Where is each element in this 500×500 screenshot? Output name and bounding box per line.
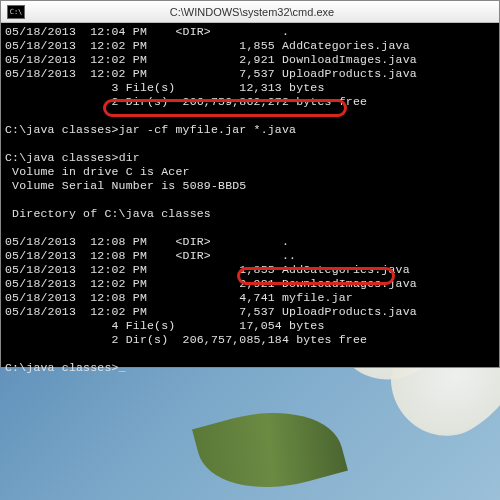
volume-line: Volume Serial Number is 5089-BBD5 <box>5 179 246 192</box>
dir-line: 05/18/2013 12:02 PM 2,921 DownloadImages… <box>5 277 417 290</box>
volume-line: Volume in drive C is Acer <box>5 165 190 178</box>
dir-summary: 2 Dir(s) 206,757,085,184 bytes free <box>5 333 367 346</box>
dir-summary: 2 Dir(s) 206,759,862,272 bytes free <box>5 95 367 108</box>
leaf-shape <box>192 393 348 500</box>
prompt: C:\java classes> <box>5 151 119 164</box>
window-title: C:\WINDOWS\system32\cmd.exe <box>29 6 499 18</box>
cmd-icon: C:\ <box>7 5 25 19</box>
title-bar[interactable]: C:\ C:\WINDOWS\system32\cmd.exe <box>1 1 499 23</box>
dir-line: 05/18/2013 12:08 PM 4,741 myfile.jar <box>5 291 353 304</box>
dir-line: 05/18/2013 12:04 PM <DIR> . <box>5 25 289 38</box>
prompt: C:\java classes> <box>5 361 119 374</box>
dir-line: 05/18/2013 12:02 PM 7,537 UploadProducts… <box>5 305 417 318</box>
dir-line: 05/18/2013 12:08 PM <DIR> .. <box>5 249 296 262</box>
prompt: C:\java classes> <box>5 123 119 136</box>
cursor[interactable]: _ <box>119 361 126 374</box>
dir-line: 05/18/2013 12:02 PM 1,855 AddCategories.… <box>5 39 410 52</box>
directory-of-line: Directory of C:\java classes <box>5 207 211 220</box>
terminal-output[interactable]: 05/18/2013 12:04 PM <DIR> . 05/18/2013 1… <box>1 23 499 377</box>
dir-line: 05/18/2013 12:02 PM 2,921 DownloadImages… <box>5 53 417 66</box>
dir-summary: 3 File(s) 12,313 bytes <box>5 81 325 94</box>
cmd-window[interactable]: C:\ C:\WINDOWS\system32\cmd.exe 05/18/20… <box>0 0 500 368</box>
dir-line: 05/18/2013 12:02 PM 7,537 UploadProducts… <box>5 67 417 80</box>
command-text: dir <box>119 151 140 164</box>
dir-line: 05/18/2013 12:08 PM <DIR> . <box>5 235 289 248</box>
command-text: jar -cf myfile.jar *.java <box>119 123 297 136</box>
dir-line: 05/18/2013 12:02 PM 1,855 AddCategories.… <box>5 263 410 276</box>
dir-summary: 4 File(s) 17,054 bytes <box>5 319 325 332</box>
